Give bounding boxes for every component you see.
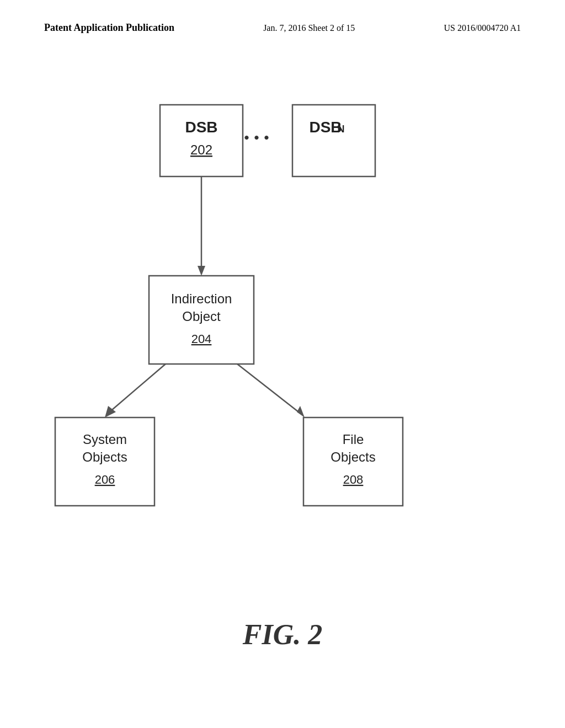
patent-diagram: DSB 202 • • • DSB N Indirection Object 2… xyxy=(0,88,565,585)
dots: • • • xyxy=(244,129,270,147)
file-label2: Objects xyxy=(331,449,375,464)
dsbn-box xyxy=(292,105,375,176)
patent-number-label: US 2016/0004720 A1 xyxy=(444,23,521,33)
system-label2: Objects xyxy=(82,449,127,464)
dsb-number: 202 xyxy=(190,142,212,157)
indirection-label1: Indirection xyxy=(171,291,232,306)
file-number: 208 xyxy=(343,473,364,486)
dsb-box xyxy=(160,105,243,176)
dsb-label: DSB xyxy=(185,119,217,136)
date-sheet-label: Jan. 7, 2016 Sheet 2 of 15 xyxy=(263,23,355,33)
system-label1: System xyxy=(83,432,127,447)
page-header: Patent Application Publication Jan. 7, 2… xyxy=(0,0,565,34)
arrow-to-system xyxy=(108,364,166,414)
dsbn-subscript: N xyxy=(338,124,345,135)
diagram-container: DSB 202 • • • DSB N Indirection Object 2… xyxy=(0,88,565,585)
arrow-to-file xyxy=(237,364,301,414)
system-number: 206 xyxy=(95,473,115,486)
indirection-label2: Object xyxy=(182,309,221,324)
arrowhead-down xyxy=(198,266,205,276)
figure-label: FIG. 2 xyxy=(243,618,322,651)
publication-label: Patent Application Publication xyxy=(44,22,174,34)
file-label1: File xyxy=(343,432,364,447)
indirection-number: 204 xyxy=(191,332,212,346)
arrowhead-file xyxy=(297,406,305,417)
